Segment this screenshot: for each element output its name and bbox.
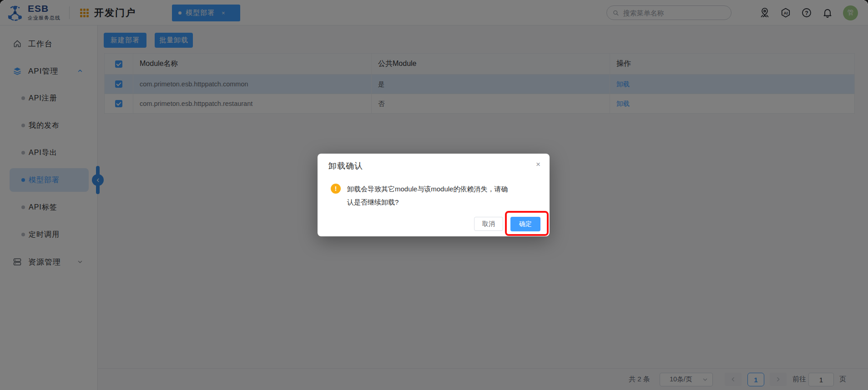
app-window: ESB 企业服务总线 开发门户 模型部署 × — [0, 0, 868, 390]
dialog-title: 卸载确认 — [328, 160, 363, 171]
dialog-message: 卸载会导致其它module与该module的依赖消失，请确 认是否继续卸载? — [347, 182, 522, 209]
warning-icon: ! — [331, 184, 341, 194]
cancel-button[interactable]: 取消 — [474, 217, 503, 231]
confirm-button[interactable]: 确定 — [510, 217, 540, 231]
dialog-close-icon[interactable]: × — [536, 160, 540, 169]
unload-confirm-dialog: 卸载确认 × ! 卸载会导致其它module与该module的依赖消失，请确 认… — [318, 154, 550, 236]
